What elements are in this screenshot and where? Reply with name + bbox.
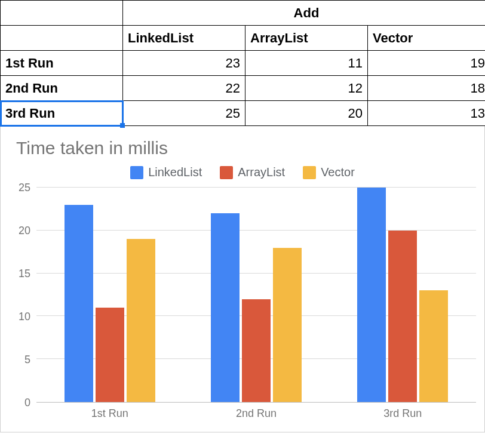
cell-value[interactable]: 22 [123, 76, 245, 101]
bar-linkedlist [211, 213, 240, 402]
col-header-linkedlist[interactable]: LinkedList [123, 26, 245, 51]
bar-arraylist [96, 308, 124, 402]
bar-arraylist [242, 299, 271, 402]
data-table[interactable]: Add LinkedList ArrayList Vector 1st Run … [0, 0, 485, 126]
bar-linkedlist [357, 188, 386, 402]
x-axis: 1st Run 2nd Run 3rd Run [36, 407, 476, 420]
chart-container[interactable]: Time taken in millis LinkedList ArrayLis… [0, 126, 485, 432]
table-row-group-header: Add [1, 1, 486, 26]
cell-blank[interactable] [1, 1, 123, 26]
bar-vector [273, 248, 302, 402]
cell-value[interactable]: 25 [123, 101, 245, 126]
y-axis: 25 20 15 10 5 0 [9, 188, 36, 403]
chart-title: Time taken in millis [16, 138, 476, 158]
legend-label: ArrayList [238, 165, 285, 179]
legend-item-vector: Vector [303, 165, 355, 179]
cell-value[interactable]: 19 [368, 51, 486, 76]
col-header-arraylist[interactable]: ArrayList [245, 26, 368, 51]
legend-swatch-icon [303, 166, 316, 179]
bar-group [330, 188, 476, 402]
bar-group [36, 188, 183, 402]
legend-item-linkedlist: LinkedList [130, 165, 202, 179]
bar-vector [127, 239, 155, 402]
chart-legend: LinkedList ArrayList Vector [9, 165, 476, 179]
cell-value[interactable]: 20 [245, 101, 368, 126]
x-tick-label: 1st Run [36, 407, 183, 420]
cell-value[interactable]: 23 [123, 51, 245, 76]
cell-value[interactable]: 18 [368, 76, 486, 101]
bar-arraylist [388, 231, 417, 402]
group-header-cell[interactable]: Add [123, 1, 486, 26]
chart-grid [36, 188, 476, 403]
table-row: 1st Run 23 11 19 [1, 51, 486, 76]
legend-item-arraylist: ArrayList [220, 165, 285, 179]
row-label[interactable]: 1st Run [1, 51, 123, 76]
x-tick-label: 2nd Run [183, 407, 329, 420]
chart-plot-area: 25 20 15 10 5 0 [9, 188, 476, 403]
cell-value[interactable]: 11 [245, 51, 368, 76]
table-row: 2nd Run 22 12 18 [1, 76, 486, 101]
bar-linkedlist [65, 205, 93, 402]
bar-vector [419, 290, 448, 402]
bar-group [183, 188, 329, 402]
table-row-col-headers: LinkedList ArrayList Vector [1, 26, 486, 51]
legend-label: Vector [321, 165, 355, 179]
legend-swatch-icon [220, 166, 233, 179]
legend-label: LinkedList [148, 165, 202, 179]
cell-blank[interactable] [1, 26, 123, 51]
row-label-selected[interactable]: 3rd Run [1, 101, 123, 126]
x-tick-label: 3rd Run [330, 407, 476, 420]
table-row: 3rd Run 25 20 13 [1, 101, 486, 126]
cell-value[interactable]: 12 [245, 76, 368, 101]
col-header-vector[interactable]: Vector [368, 26, 486, 51]
legend-swatch-icon [130, 166, 143, 179]
cell-value[interactable]: 13 [368, 101, 486, 126]
row-label[interactable]: 2nd Run [1, 76, 123, 101]
